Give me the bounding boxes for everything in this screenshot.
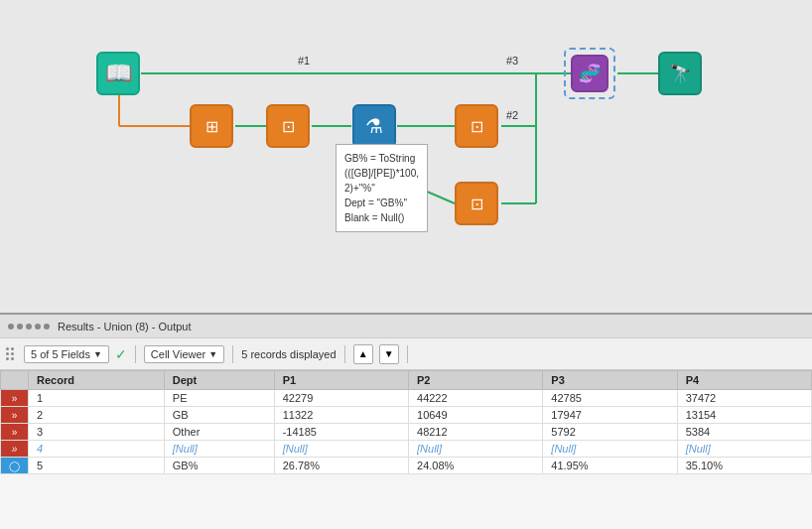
row-icon: » (1, 407, 29, 424)
node-dna[interactable]: 🧬 (564, 48, 615, 99)
cell-p4: 37472 (677, 390, 811, 407)
cell-p1: -14185 (274, 424, 408, 441)
cell-p4: 13154 (677, 407, 811, 424)
check-icon: ✓ (115, 346, 127, 362)
results-title-text: Results - Union (8) - Output (58, 321, 192, 332)
results-title: Results - Union (8) - Output (0, 315, 812, 338)
workflow-canvas: #1 #3 #2 📖 ⊞ ⊡ ⚗ GB% = ToString (([GB]/[… (0, 0, 812, 313)
data-table-container: Record Dept P1 P2 P3 P4 » 1 PE 42279 442… (0, 370, 812, 524)
cell-dept: PE (164, 390, 274, 407)
cell-p3: [Null] (543, 441, 677, 458)
cell-p3: 41.95% (543, 458, 677, 474)
node-book[interactable]: 📖 (96, 52, 140, 95)
col-header-p2[interactable]: P2 (409, 371, 543, 390)
svg-text:#3: #3 (506, 55, 518, 66)
cell-record: 1 (29, 390, 165, 407)
node-table3[interactable]: ⊡ (455, 104, 498, 148)
node-binoculars[interactable]: 🔭 (658, 52, 702, 95)
node-table4[interactable]: ⊡ (455, 182, 498, 225)
table-row[interactable]: » 3 Other -14185 48212 5792 5384 (1, 424, 812, 441)
row-icon: » (1, 390, 29, 407)
separator2 (232, 345, 233, 363)
data-table: Record Dept P1 P2 P3 P4 » 1 PE 42279 442… (0, 370, 812, 474)
chevron-down-icon: ▼ (93, 349, 102, 359)
results-toolbar: 5 of 5 Fields ▼ ✓ Cell Viewer ▼ 5 record… (0, 338, 812, 370)
viewer-label: Cell Viewer (151, 348, 205, 360)
node-table1[interactable]: ⊞ (190, 104, 233, 148)
col-header-p4[interactable]: P4 (677, 371, 811, 390)
cell-p3: 5792 (543, 424, 677, 441)
col-header-p1[interactable]: P1 (274, 371, 408, 390)
row-icon: ◯ (1, 458, 29, 474)
cell-record: 2 (29, 407, 165, 424)
cell-p1: [Null] (274, 441, 408, 458)
cell-p2: 10649 (409, 407, 543, 424)
col-header-icon (1, 371, 29, 390)
separator3 (344, 345, 345, 363)
svg-text:#2: #2 (506, 109, 518, 121)
sort-down-button[interactable]: ▼ (379, 344, 399, 364)
fields-label: 5 of 5 Fields (31, 348, 90, 360)
cell-p2: 48212 (409, 424, 543, 441)
node-table2[interactable]: ⊡ (266, 104, 310, 148)
cell-p1: 42279 (274, 390, 408, 407)
cell-dept: [Null] (164, 441, 274, 458)
col-header-p3[interactable]: P3 (543, 371, 677, 390)
table-row[interactable]: » 1 PE 42279 44222 42785 37472 (1, 390, 812, 407)
separator4 (407, 345, 408, 363)
cell-p1: 26.78% (274, 458, 408, 474)
fields-selector[interactable]: 5 of 5 Fields ▼ (24, 345, 109, 363)
table-row[interactable]: » 4 [Null] [Null] [Null] [Null] [Null] (1, 441, 812, 458)
cell-viewer-selector[interactable]: Cell Viewer ▼ (144, 345, 224, 363)
cell-dept: GB (164, 407, 274, 424)
cell-p4: [Null] (677, 441, 811, 458)
table-row[interactable]: ◯ 5 GB% 26.78% 24.08% 41.95% 35.10% (1, 458, 812, 474)
row-icon: » (1, 441, 29, 458)
formula-box: GB% = ToString (([GB]/[PE])*100, 2)+"%" … (336, 144, 428, 232)
cell-p2: 44222 (409, 390, 543, 407)
cell-p3: 42785 (543, 390, 677, 407)
svg-text:#1: #1 (298, 55, 310, 66)
cell-p3: 17947 (543, 407, 677, 424)
cell-dept: GB% (164, 458, 274, 474)
cell-p1: 11322 (274, 407, 408, 424)
cell-p4: 5384 (677, 424, 811, 441)
row-icon: » (1, 424, 29, 441)
cell-record: 3 (29, 424, 165, 441)
cell-p2: [Null] (409, 441, 543, 458)
cell-record: 5 (29, 458, 165, 474)
cell-p2: 24.08% (409, 458, 543, 474)
cell-p4: 35.10% (677, 458, 811, 474)
chevron-down-icon2: ▼ (208, 349, 217, 359)
node-flask[interactable]: ⚗ (352, 104, 396, 148)
sort-up-button[interactable]: ▲ (353, 344, 373, 364)
table-row[interactable]: » 2 GB 11322 10649 17947 13154 (1, 407, 812, 424)
cell-record: 4 (29, 441, 165, 458)
col-header-dept[interactable]: Dept (164, 371, 274, 390)
col-header-record[interactable]: Record (29, 371, 165, 390)
records-count: 5 records displayed (241, 348, 336, 360)
results-panel: Results - Union (8) - Output 5 of 5 Fiel… (0, 313, 812, 529)
cell-dept: Other (164, 424, 274, 441)
separator1 (135, 345, 136, 363)
drag-handle (6, 347, 14, 360)
